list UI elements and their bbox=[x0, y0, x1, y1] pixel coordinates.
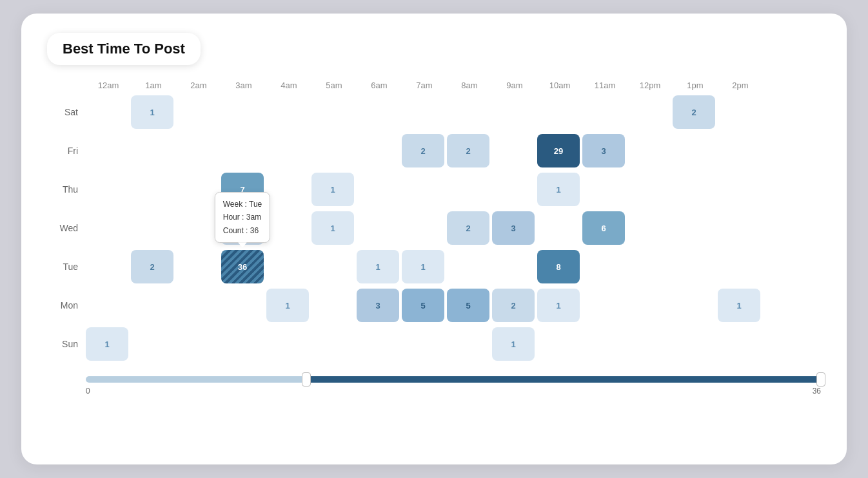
cell-sun-12am[interactable]: 1 bbox=[86, 327, 128, 361]
cell-thu-12pm[interactable] bbox=[627, 173, 670, 206]
cell-mon-1am[interactable] bbox=[131, 289, 173, 322]
cell-sun-4am[interactable] bbox=[266, 327, 309, 361]
cell-fri-1pm[interactable] bbox=[673, 134, 715, 167]
cell-sun-3am[interactable] bbox=[221, 327, 264, 361]
cell-sun-6am[interactable] bbox=[357, 327, 399, 361]
cell-wed-6am[interactable] bbox=[357, 211, 399, 245]
cell-mon-12pm[interactable] bbox=[627, 289, 670, 322]
cell-fri-10am[interactable]: 29 bbox=[537, 134, 580, 167]
cell-mon-10am[interactable]: 1 bbox=[537, 289, 580, 322]
cell-wed-4am[interactable] bbox=[266, 211, 309, 245]
cell-fri-12pm[interactable] bbox=[627, 134, 670, 167]
cell-sun-12pm[interactable] bbox=[627, 327, 670, 361]
cell-sat-4am[interactable] bbox=[266, 95, 309, 129]
cell-tue-1pm[interactable] bbox=[673, 250, 715, 283]
cell-sat-2am[interactable] bbox=[176, 95, 219, 129]
cell-sat-10am[interactable] bbox=[537, 95, 580, 129]
cell-mon-8am[interactable]: 5 bbox=[447, 289, 489, 322]
cell-sat-3am[interactable] bbox=[221, 95, 264, 129]
cell-fri-5am[interactable] bbox=[311, 134, 354, 167]
cell-tue-4am[interactable] bbox=[266, 250, 309, 283]
cell-thu-2am[interactable] bbox=[176, 173, 219, 206]
cell-wed-10am[interactable] bbox=[537, 211, 580, 245]
cell-tue-11am[interactable] bbox=[582, 250, 625, 283]
cell-sun-5am[interactable] bbox=[311, 327, 354, 361]
cell-tue-2am[interactable] bbox=[176, 250, 219, 283]
cell-tue-12am[interactable] bbox=[86, 250, 128, 283]
cell-sat-7am[interactable] bbox=[402, 95, 444, 129]
cell-fri-3am[interactable] bbox=[221, 134, 264, 167]
cell-tue-5am[interactable] bbox=[311, 250, 354, 283]
cell-thu-12am[interactable] bbox=[86, 173, 128, 206]
cell-tue-6am[interactable]: 1 bbox=[357, 250, 399, 283]
cell-sun-2am[interactable] bbox=[176, 327, 219, 361]
cell-sat-11am[interactable] bbox=[582, 95, 625, 129]
cell-mon-4am[interactable]: 1 bbox=[266, 289, 309, 322]
cell-mon-12am[interactable] bbox=[86, 289, 128, 322]
cell-fri-6am[interactable] bbox=[357, 134, 399, 167]
cell-sat-8am[interactable] bbox=[447, 95, 489, 129]
cell-mon-3am[interactable] bbox=[221, 289, 264, 322]
cell-fri-7am[interactable]: 2 bbox=[402, 134, 444, 167]
cell-sun-1pm[interactable] bbox=[673, 327, 715, 361]
cell-thu-8am[interactable] bbox=[447, 173, 489, 206]
cell-sat-2pm[interactable] bbox=[718, 95, 760, 129]
cell-thu-1pm[interactable] bbox=[673, 173, 715, 206]
cell-sun-8am[interactable] bbox=[447, 327, 489, 361]
slider-thumb-right[interactable] bbox=[816, 372, 825, 387]
cell-fri-12am[interactable] bbox=[86, 134, 128, 167]
slider-track[interactable] bbox=[86, 376, 821, 383]
cell-thu-2pm[interactable] bbox=[718, 173, 760, 206]
cell-sun-11am[interactable] bbox=[582, 327, 625, 361]
cell-sun-9am[interactable]: 1 bbox=[492, 327, 535, 361]
cell-sun-10am[interactable] bbox=[537, 327, 580, 361]
cell-thu-6am[interactable] bbox=[357, 173, 399, 206]
cell-thu-7am[interactable] bbox=[402, 173, 444, 206]
cell-sat-9am[interactable] bbox=[492, 95, 535, 129]
cell-thu-10am[interactable]: 1 bbox=[537, 173, 580, 206]
cell-fri-1am[interactable] bbox=[131, 134, 173, 167]
cell-sat-1am[interactable]: 1 bbox=[131, 95, 173, 129]
cell-sat-12pm[interactable] bbox=[627, 95, 670, 129]
cell-sat-5am[interactable] bbox=[311, 95, 354, 129]
cell-mon-2pm[interactable]: 1 bbox=[718, 289, 760, 322]
cell-thu-5am[interactable]: 1 bbox=[311, 173, 354, 206]
cell-fri-9am[interactable] bbox=[492, 134, 535, 167]
cell-fri-2am[interactable] bbox=[176, 134, 219, 167]
cell-sat-1pm[interactable]: 2 bbox=[673, 95, 715, 129]
cell-wed-8am[interactable]: 2 bbox=[447, 211, 489, 245]
cell-mon-9am[interactable]: 2 bbox=[492, 289, 535, 322]
cell-wed-12am[interactable] bbox=[86, 211, 128, 245]
cell-tue-10am[interactable]: 8 bbox=[537, 250, 580, 283]
cell-sun-7am[interactable] bbox=[402, 327, 444, 361]
cell-mon-11am[interactable] bbox=[582, 289, 625, 322]
cell-fri-2pm[interactable] bbox=[718, 134, 760, 167]
cell-wed-5am[interactable]: 1 bbox=[311, 211, 354, 245]
cell-tue-2pm[interactable] bbox=[718, 250, 760, 283]
cell-fri-4am[interactable] bbox=[266, 134, 309, 167]
cell-wed-1pm[interactable] bbox=[673, 211, 715, 245]
cell-wed-11am[interactable]: 6 bbox=[582, 211, 625, 245]
cell-tue-8am[interactable] bbox=[447, 250, 489, 283]
cell-tue-12pm[interactable] bbox=[627, 250, 670, 283]
cell-mon-7am[interactable]: 5 bbox=[402, 289, 444, 322]
cell-thu-11am[interactable] bbox=[582, 173, 625, 206]
cell-mon-6am[interactable]: 3 bbox=[357, 289, 399, 322]
cell-wed-9am[interactable]: 3 bbox=[492, 211, 535, 245]
cell-sat-12am[interactable] bbox=[86, 95, 128, 129]
cell-thu-9am[interactable] bbox=[492, 173, 535, 206]
cell-thu-4am[interactable] bbox=[266, 173, 309, 206]
cell-thu-1am[interactable] bbox=[131, 173, 173, 206]
cell-wed-12pm[interactable] bbox=[627, 211, 670, 245]
cell-tue-9am[interactable] bbox=[492, 250, 535, 283]
cell-wed-2am[interactable] bbox=[176, 211, 219, 245]
cell-fri-11am[interactable]: 3 bbox=[582, 134, 625, 167]
cell-wed-7am[interactable] bbox=[402, 211, 444, 245]
cell-wed-1am[interactable] bbox=[131, 211, 173, 245]
cell-sun-2pm[interactable] bbox=[718, 327, 760, 361]
cell-fri-8am[interactable]: 2 bbox=[447, 134, 489, 167]
cell-sat-6am[interactable] bbox=[357, 95, 399, 129]
cell-mon-1pm[interactable] bbox=[673, 289, 715, 322]
cell-tue-1am[interactable]: 2 bbox=[131, 250, 173, 283]
cell-sun-1am[interactable] bbox=[131, 327, 173, 361]
